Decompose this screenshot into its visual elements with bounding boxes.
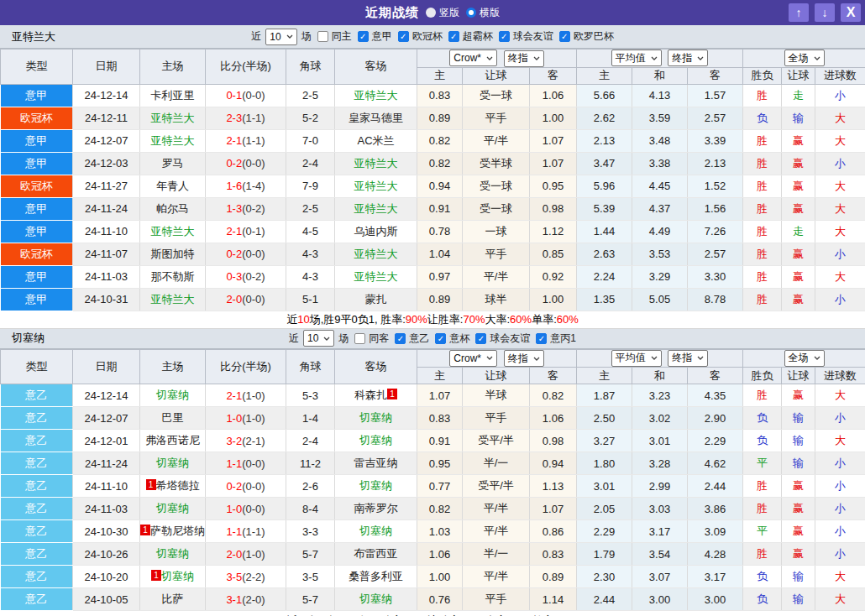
col-header-res-handicap: 让球: [782, 368, 815, 384]
summary-text: 10: [297, 313, 309, 326]
results-table-atalanta: 类型 日期 主场 比分(半场) 角球 客场 Crow* 终指 平均值 终指 全场…: [0, 49, 865, 311]
result-handicap: 赢: [782, 498, 815, 520]
avg-away-value: 8.78: [688, 288, 743, 311]
same-venue-checkbox[interactable]: [354, 333, 365, 344]
col-header-odds-handicap: 让球: [463, 368, 530, 384]
away-team: 切塞纳: [335, 475, 417, 498]
league-checkbox[interactable]: ✓: [448, 31, 459, 42]
league-badge: 意乙: [1, 566, 73, 588]
result-handicap: 赢: [782, 475, 815, 498]
card-badge: 1: [140, 525, 150, 535]
league-badge: 意甲: [1, 84, 73, 107]
odds-company-select[interactable]: Crow*: [449, 50, 497, 66]
match-score: 3-5(2-2): [206, 566, 286, 588]
page-title: 近期战绩: [365, 5, 419, 21]
result-goals: 小: [815, 243, 865, 265]
avg-home-value: 5.39: [577, 197, 632, 220]
summary-text: 让胜率:: [427, 312, 464, 327]
league-checkbox[interactable]: ✓: [475, 333, 486, 344]
odds-away-value: 0.86: [530, 520, 577, 543]
result-winloss: 胜: [743, 243, 782, 265]
home-team: 切塞纳: [140, 543, 206, 566]
avg-away-value: 4.62: [688, 452, 743, 475]
match-date: 24-11-24: [73, 452, 140, 475]
results-table-cesena: 类型 日期 主场 比分(半场) 角球 客场 Crow* 终指 平均值 终指 全场…: [0, 349, 865, 612]
odds-company-select[interactable]: Crow*: [449, 350, 497, 367]
match-date: 24-12-01: [73, 430, 140, 452]
home-team: 切塞纳: [140, 384, 206, 407]
avg-mode-select[interactable]: 终指: [668, 50, 708, 66]
scope-select[interactable]: 全场: [784, 350, 825, 367]
league-checkbox[interactable]: ✓: [358, 31, 369, 42]
col-header-avg-away: 客: [688, 67, 743, 84]
card-badge: 1: [387, 389, 397, 399]
match-row: 意乙 24-11-10 1希塔德拉 0-2(0-0) 2-6 切塞纳 0.77 …: [1, 475, 865, 498]
match-row: 意甲 24-11-24 帕尔马 1-3(0-2) 2-5 亚特兰大 0.91 受…: [1, 197, 865, 220]
avg-draw-value: 2.99: [632, 475, 688, 498]
avg-draw-value: 3.48: [632, 129, 688, 152]
col-header-avg-home: 主: [577, 368, 632, 384]
odds-home-value: 0.91: [417, 197, 463, 220]
col-header-home: 主场: [140, 349, 206, 384]
league-checkbox[interactable]: ✓: [395, 333, 406, 344]
col-header-goals: 进球数: [815, 368, 865, 384]
result-goals: 小: [815, 407, 865, 430]
match-count-select[interactable]: 10: [303, 330, 334, 347]
league-checkbox[interactable]: ✓: [536, 333, 547, 344]
away-team: 皇家马德里: [335, 107, 417, 129]
match-date: 24-11-27: [73, 175, 140, 197]
home-team: 斯图加特: [140, 243, 206, 265]
league-checkbox[interactable]: ✓: [398, 31, 409, 42]
handicap-line: 受半球: [463, 152, 530, 175]
avg-source-select[interactable]: 平均值: [611, 50, 662, 66]
league-checkbox[interactable]: ✓: [559, 31, 570, 42]
away-team: 乌迪内斯: [335, 220, 417, 243]
corner-score: 5-7: [286, 543, 335, 566]
layout-radio-horizontal[interactable]: 横版: [466, 6, 500, 20]
avg-away-value: 2.90: [688, 407, 743, 430]
result-winloss: 负: [743, 588, 782, 611]
match-count-select[interactable]: 10: [265, 29, 296, 45]
avg-draw-value: 3.28: [632, 452, 688, 475]
scope-select[interactable]: 全场: [784, 50, 825, 66]
close-button[interactable]: X: [841, 3, 861, 22]
avg-away-value: 1.56: [688, 197, 743, 220]
avg-draw-value: 3.38: [632, 152, 688, 175]
home-team: 罗马: [140, 152, 206, 175]
odds-away-value: 1.13: [530, 475, 577, 498]
team-name: 切塞纳: [12, 331, 45, 346]
league-badge: 意甲: [1, 220, 73, 243]
avg-mode-select[interactable]: 终指: [668, 350, 708, 367]
odds-mode-select[interactable]: 终指: [504, 50, 544, 67]
handicap-line: 受一球: [463, 175, 530, 197]
match-date: 24-10-20: [73, 566, 140, 588]
match-row: 意甲 24-10-31 亚特兰大 2-0(0-0) 5-1 蒙扎 0.89 球半…: [1, 288, 865, 311]
radio-icon[interactable]: [466, 8, 476, 18]
avg-away-value: 2.29: [688, 430, 743, 452]
move-down-button[interactable]: ↓: [815, 3, 835, 22]
handicap-line: 平/半: [463, 265, 530, 288]
odds-home-value: 0.82: [417, 152, 463, 175]
match-row: 欧冠杯 24-12-11 亚特兰大 2-3(1-1) 5-2 皇家马德里 0.8…: [1, 107, 865, 129]
league-checkbox[interactable]: ✓: [499, 31, 510, 42]
match-row: 意乙 24-10-26 切塞纳 2-0(1-0) 5-7 布雷西亚 1.06 半…: [1, 543, 865, 566]
avg-away-value: 2.57: [688, 243, 743, 265]
league-checkbox-label: 欧罗巴杯: [574, 29, 614, 44]
match-score: 3-1(2-0): [206, 588, 286, 611]
home-team: 切塞纳: [140, 452, 206, 475]
avg-draw-value: 3.59: [632, 107, 688, 129]
move-up-button[interactable]: ↑: [789, 3, 809, 22]
radio-icon[interactable]: [426, 8, 436, 18]
col-header-odds-away: 客: [530, 67, 577, 84]
league-checkbox-label: 球会友谊: [513, 29, 553, 44]
avg-draw-value: 3.03: [632, 498, 688, 520]
avg-draw-value: 3.02: [632, 407, 688, 430]
avg-source-select[interactable]: 平均值: [611, 350, 662, 367]
match-score: 1-1(0-0): [206, 452, 286, 475]
avg-away-value: 4.28: [688, 543, 743, 566]
odds-mode-select[interactable]: 终指: [504, 350, 544, 367]
layout-radio-vertical[interactable]: 竖版: [426, 6, 459, 20]
league-checkbox[interactable]: ✓: [435, 333, 446, 344]
chevron-down-icon: [697, 56, 704, 60]
same-venue-checkbox[interactable]: [317, 31, 328, 42]
